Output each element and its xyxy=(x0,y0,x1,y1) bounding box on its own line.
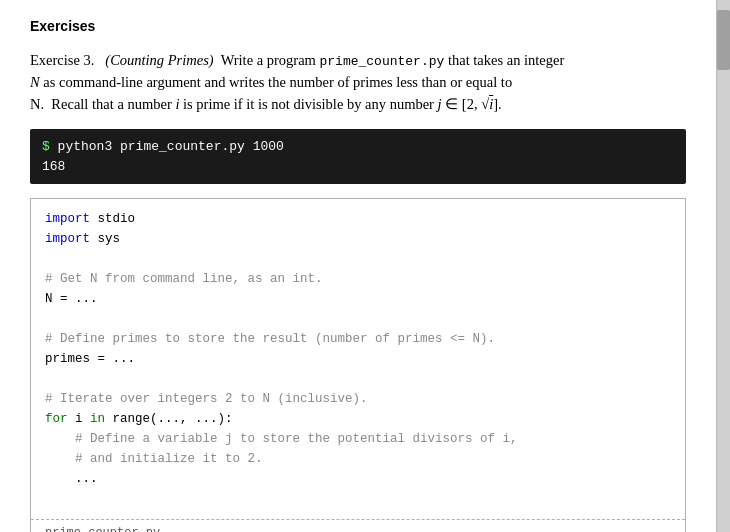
code-line-14: ... xyxy=(45,469,671,489)
exercise-title: (Counting Primes) xyxy=(105,52,213,68)
terminal-command: python3 prime_counter.py 1000 xyxy=(58,139,284,154)
terminal-block: $ python3 prime_counter.py 1000 168 xyxy=(30,129,686,184)
code-line-12: # Define a variable j to store the poten… xyxy=(45,429,671,449)
code-line-9 xyxy=(45,369,671,389)
exercise-number: 3. xyxy=(84,52,95,68)
code-filename: prime_counter.py xyxy=(45,520,671,532)
exercise-description: Exercise 3. (Counting Primes) Write a pr… xyxy=(30,50,686,115)
code-line-4: # Get N from command line, as an int. xyxy=(45,269,671,289)
code-line-3 xyxy=(45,249,671,269)
code-line-11: for i in range(..., ...): xyxy=(45,409,671,429)
j-variable: j xyxy=(438,96,442,112)
code-spacer xyxy=(45,489,671,509)
section-title: Exercises xyxy=(30,18,686,34)
code-line-8: primes = ... xyxy=(45,349,671,369)
exercise-body-1: that takes an integer xyxy=(448,52,564,68)
exercise-desc-text: Write a program xyxy=(221,52,316,68)
exercise-body-2: as command-line argument and writes the … xyxy=(43,74,512,90)
code-line-1: import stdio xyxy=(45,209,671,229)
exercise-label: Exercise xyxy=(30,52,84,68)
exercise-body-3: N. xyxy=(30,96,44,112)
i-variable: i xyxy=(175,96,179,112)
code-line-13: # and initialize it to 2. xyxy=(45,449,671,469)
code-line-5: N = ... xyxy=(45,289,671,309)
code-editor: import stdio import sys # Get N from com… xyxy=(30,198,686,532)
scrollbar-thumb[interactable] xyxy=(717,10,730,70)
sqrt-i: i xyxy=(489,96,493,112)
terminal-output: 168 xyxy=(42,159,65,174)
terminal-prompt: $ xyxy=(42,139,58,154)
scrollbar[interactable] xyxy=(716,0,730,532)
code-line-7: # Define primes to store the result (num… xyxy=(45,329,671,349)
filename-inline: prime_counter.py xyxy=(320,54,445,69)
n-variable: N xyxy=(30,74,40,90)
exercise-body-5: is prime if it is not divisible by any n… xyxy=(183,96,434,112)
code-line-10: # Iterate over integers 2 to N (inclusiv… xyxy=(45,389,671,409)
main-content: Exercises Exercise 3. (Counting Primes) … xyxy=(0,0,716,532)
code-line-6 xyxy=(45,309,671,329)
code-line-2: import sys xyxy=(45,229,671,249)
exercise-body-4: Recall that a number xyxy=(51,96,171,112)
